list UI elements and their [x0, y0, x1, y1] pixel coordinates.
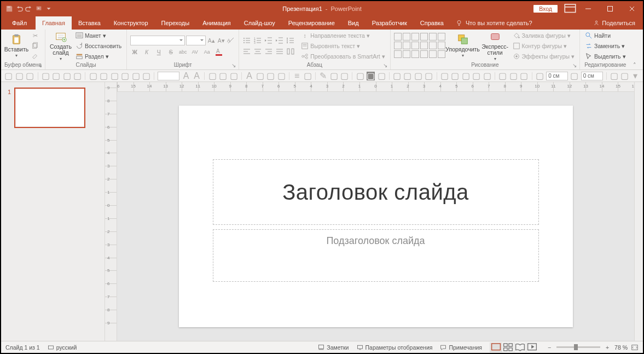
layout-button[interactable]: Макет ▾: [74, 31, 123, 40]
numbering-icon[interactable]: 123: [253, 36, 262, 45]
qat-more-icon[interactable]: [45, 5, 53, 13]
qt-icon[interactable]: A: [245, 72, 254, 80]
comments-button[interactable]: Примечания: [440, 344, 482, 351]
tab-home[interactable]: Главная: [36, 16, 72, 30]
qt-icon[interactable]: ≡: [293, 72, 301, 80]
qt-icon-active[interactable]: ▢: [367, 72, 375, 80]
qt-icon[interactable]: ▢: [451, 72, 460, 80]
dialog-launcher-icon[interactable]: ↘: [382, 62, 388, 68]
qt-icon[interactable]: ▢: [208, 72, 217, 80]
tab-review[interactable]: Рецензирование: [282, 16, 341, 30]
qt-icon[interactable]: ▢: [329, 72, 338, 80]
slide[interactable]: Заголовок слайда Подзаголовок слайда: [179, 106, 573, 327]
slideshow-view-button[interactable]: [526, 343, 538, 352]
start-from-beginning-icon[interactable]: [35, 5, 43, 13]
qt-font-combo[interactable]: [158, 72, 179, 80]
qt-icon[interactable]: ▢: [219, 72, 228, 80]
find-button[interactable]: Найти: [583, 31, 627, 40]
copy-button[interactable]: [30, 42, 40, 51]
tab-help[interactable]: Справка: [414, 16, 450, 30]
italic-button[interactable]: К: [142, 48, 151, 56]
zoom-in-button[interactable]: +: [604, 344, 611, 351]
qt-icon[interactable]: ✎: [319, 72, 328, 80]
reset-button[interactable]: Восстановить: [74, 42, 123, 51]
qt-icon[interactable]: A: [193, 72, 201, 80]
qt-icon[interactable]: ▢: [41, 72, 50, 80]
qt-icon[interactable]: ▢: [89, 72, 97, 80]
qt-icon[interactable]: ▢: [303, 72, 312, 80]
slide-thumbnails-panel[interactable]: 1: [1, 82, 105, 341]
qt-icon[interactable]: ▢: [393, 72, 402, 80]
char-spacing-button[interactable]: AV: [190, 48, 199, 56]
qt-icon[interactable]: ▢: [4, 72, 13, 80]
sign-in-button[interactable]: Вход: [533, 5, 558, 13]
qt-icon[interactable]: ▢: [266, 72, 275, 80]
increase-indent-icon[interactable]: [275, 36, 284, 45]
share-button[interactable]: Поделиться: [588, 16, 641, 30]
tab-design[interactable]: Конструктор: [107, 16, 155, 30]
redo-icon[interactable]: [25, 5, 33, 13]
qt-icon[interactable]: ▢: [498, 72, 507, 80]
qt-icon[interactable]: ▢: [52, 72, 61, 80]
bold-button[interactable]: Ж: [130, 48, 139, 56]
qt-icon[interactable]: ▢: [256, 72, 264, 80]
underline-button[interactable]: Ч: [154, 48, 163, 56]
tab-view[interactable]: Вид: [341, 16, 365, 30]
bullets-icon[interactable]: [242, 36, 251, 45]
text-shadow-button[interactable]: abc: [178, 48, 187, 56]
qt-icon[interactable]: ▢: [472, 72, 481, 80]
notes-button[interactable]: Заметки: [318, 344, 349, 351]
qt-icon[interactable]: ▢: [440, 72, 449, 80]
minimize-button[interactable]: [577, 1, 599, 16]
paste-button[interactable]: Вставить ▾: [4, 31, 28, 61]
qt-icon[interactable]: ▢: [520, 72, 529, 80]
qt-icon[interactable]: ▢: [462, 72, 471, 80]
undo-icon[interactable]: [15, 5, 23, 13]
dialog-launcher-icon[interactable]: ↘: [231, 62, 236, 68]
tab-animations[interactable]: Анимация: [196, 16, 237, 30]
tab-developer[interactable]: Разработчик: [365, 16, 414, 30]
format-painter-button[interactable]: [30, 52, 40, 61]
qt-icon[interactable]: A: [182, 72, 190, 80]
align-right-icon[interactable]: [264, 47, 273, 56]
convert-smartart-button[interactable]: Преобразовать в SmartArt ▾: [299, 52, 386, 61]
qt-icon[interactable]: ▢: [62, 72, 71, 80]
maximize-button[interactable]: [599, 1, 621, 16]
tab-slideshow[interactable]: Слайд-шоу: [237, 16, 282, 30]
new-slide-button[interactable]: Создать слайд ▾: [49, 31, 73, 61]
align-center-icon[interactable]: [253, 47, 262, 56]
qt-icon[interactable]: ▢: [100, 72, 108, 80]
shape-outline-button[interactable]: Контур фигуры ▾: [511, 42, 577, 51]
tab-transitions[interactable]: Переходы: [155, 16, 196, 30]
qt-icon[interactable]: ▢: [403, 72, 412, 80]
font-color-button[interactable]: A: [214, 48, 223, 56]
dialog-launcher-icon[interactable]: ↘: [572, 62, 577, 68]
close-button[interactable]: [621, 1, 643, 16]
thumbnail-1[interactable]: 1: [5, 88, 100, 128]
qt-icon[interactable]: ▢: [142, 72, 151, 80]
qt-icon[interactable]: ▢: [536, 72, 544, 80]
font-size-combo[interactable]: [186, 36, 206, 45]
quick-styles-button[interactable]: Экспресс- стили▾: [480, 31, 510, 61]
qt-icon[interactable]: ▢: [414, 72, 423, 80]
language-button[interactable]: русский: [48, 344, 77, 351]
qt-icon[interactable]: ▢: [277, 72, 286, 80]
normal-view-button[interactable]: [490, 343, 502, 352]
qt-icon[interactable]: ▢: [509, 72, 518, 80]
qt-icon[interactable]: ▢: [340, 72, 349, 80]
qt-more-icon[interactable]: ▾: [631, 72, 640, 80]
subtitle-placeholder[interactable]: Подзаголовок слайда: [213, 229, 539, 282]
qt-icon[interactable]: ▢: [15, 72, 24, 80]
tell-me-search[interactable]: Что вы хотите сделать?: [450, 16, 538, 30]
qt-icon[interactable]: ▢: [377, 72, 386, 80]
title-placeholder[interactable]: Заголовок слайда: [213, 159, 539, 225]
text-direction-button[interactable]: ↕Направление текста ▾: [299, 31, 386, 40]
qt-icon[interactable]: ▢: [131, 72, 140, 80]
vertical-scrollbar[interactable]: [634, 82, 643, 341]
justify-icon[interactable]: [275, 47, 284, 56]
decrease-font-icon[interactable]: A▾: [217, 36, 225, 45]
qt-icon[interactable]: ▢: [610, 72, 619, 80]
zoom-out-button[interactable]: −: [546, 344, 553, 351]
qt-icon[interactable]: ▢: [73, 72, 82, 80]
dialog-launcher-icon[interactable]: ↘: [37, 62, 43, 68]
